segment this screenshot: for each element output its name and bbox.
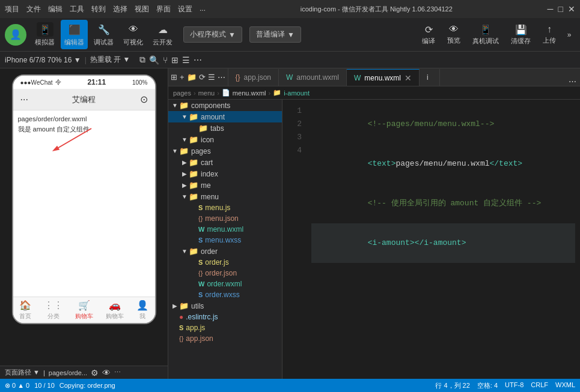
tree-item-order-js[interactable]: S order.js: [168, 257, 282, 268]
code-content[interactable]: <!--pages/menu/menu.wxml--> <text>pages/…: [307, 100, 580, 379]
git-icon[interactable]: ⑂: [163, 55, 168, 65]
menu-more[interactable]: ...: [200, 4, 206, 14]
window-controls[interactable]: ─ □ ✕: [548, 4, 575, 14]
main-toolbar: 👤 📱 模拟器 ⬛ 编辑器 🔧 调试器 👁 可视化 ☁ 云开发 小程序模式 ▼ …: [0, 18, 580, 52]
menu-file[interactable]: 文件: [26, 4, 41, 14]
nav-vehicle[interactable]: 🚗 购物车: [106, 300, 124, 321]
compile-button[interactable]: ⟳ 编译: [417, 22, 440, 48]
bc-i-amount[interactable]: i-amount: [284, 89, 310, 97]
bc-pages[interactable]: pages: [173, 89, 191, 97]
bc-menu-wxml[interactable]: menu.wxml: [233, 89, 266, 97]
menu-ui[interactable]: 界面: [156, 4, 171, 14]
nav-category[interactable]: ⋮⋮ 分类: [44, 300, 63, 321]
menu-goto[interactable]: 转到: [91, 4, 106, 14]
upload-button[interactable]: ↑ 上传: [538, 22, 561, 48]
tree-item-pages[interactable]: ▼ 📁 pages: [168, 145, 282, 157]
menu-edit[interactable]: 编辑: [48, 4, 63, 14]
editor-tabs: ⊞ + 📁 ⟳ ☰ ⋯ {} app.json W amount.wxml W …: [168, 68, 580, 86]
minimize-button[interactable]: ─: [548, 4, 554, 14]
tree-item-components[interactable]: ▼ 📁 components: [168, 100, 282, 111]
simulator-button[interactable]: 📱 模拟器: [31, 20, 58, 49]
menu-view[interactable]: 视图: [135, 4, 149, 14]
tree-item-menu-js[interactable]: S menu.js: [168, 202, 282, 213]
menu-tools[interactable]: 工具: [70, 4, 84, 14]
compile-mode-selector[interactable]: 普通编译 ▼: [249, 26, 301, 43]
cloud-button[interactable]: ☁ 云开发: [149, 20, 176, 49]
dots-icon[interactable]: ⋯: [194, 55, 202, 65]
tree-item-menu-json[interactable]: {} menu.json: [168, 213, 282, 224]
tree-item-cart[interactable]: ▶ 📁 cart: [168, 157, 282, 168]
file-encoding[interactable]: UTF-8: [505, 381, 524, 390]
tree-item-app-json[interactable]: {} app.json: [168, 333, 282, 344]
menu-select[interactable]: 选择: [113, 4, 127, 14]
tree-item-order[interactable]: ▼ 📁 order: [168, 246, 282, 257]
tree-item-tabs[interactable]: 📁 tabs: [168, 122, 282, 134]
menu-project[interactable]: 项目: [5, 4, 19, 14]
settings-icon[interactable]: ⚙: [91, 368, 99, 378]
maximize-button[interactable]: □: [558, 4, 563, 14]
editor-button[interactable]: ⬛ 编辑器: [61, 20, 88, 49]
tree-item-order-json[interactable]: {} order.json: [168, 268, 282, 279]
phone-bottom-nav: 🏠 首页 ⋮⋮ 分类 🛒 购物车 🚗 购物车: [13, 297, 155, 323]
bc-menu[interactable]: menu: [198, 89, 215, 97]
user-avatar[interactable]: 👤: [5, 24, 26, 46]
line-ending[interactable]: CRLF: [531, 381, 548, 390]
real-device-button[interactable]: 📱 真机调试: [468, 22, 504, 48]
mode-selector[interactable]: 小程序模式 ▼: [183, 26, 242, 43]
code-editor[interactable]: 1 2 3 4 <!--pages/menu/menu.wxml--> <tex…: [282, 100, 580, 379]
tree-item-order-wxss[interactable]: S order.wxss: [168, 289, 282, 300]
error-count[interactable]: ⊗ 0 ▲ 0: [5, 382, 29, 390]
new-file-icon[interactable]: ⧉: [139, 55, 145, 65]
tree-item-app-js[interactable]: S app.js: [168, 322, 282, 333]
code-line-2: <text>pages/menu/menu.wxml</text>: [311, 144, 575, 184]
wechat-nav-bar: ··· 艾编程 ⊙: [13, 89, 155, 110]
clear-cache-button[interactable]: 💾 清缓存: [506, 22, 536, 48]
tab-toolbar-icon3[interactable]: 📁: [187, 73, 197, 82]
filter-icon[interactable]: ☰: [182, 55, 190, 65]
cursor-position[interactable]: 行 4，列 22: [435, 381, 469, 390]
tree-item-menu[interactable]: ▼ 📁 menu: [168, 191, 282, 202]
nav-home[interactable]: 🏠 首页: [19, 300, 31, 321]
debugger-button[interactable]: 🔧 调试器: [90, 20, 117, 49]
svg-line-1: [55, 128, 91, 149]
search-icon[interactable]: 🔍: [149, 55, 159, 65]
menu-bar[interactable]: 项目 文件 编辑 工具 转到 选择 视图 界面 设置 ...: [5, 4, 206, 14]
tree-item-utils[interactable]: ▶ 📁 utils: [168, 300, 282, 312]
tree-item-menu-wxss[interactable]: S menu.wxss: [168, 235, 282, 246]
eye-icon[interactable]: 👁: [102, 368, 111, 378]
tree-item-me[interactable]: ▶ 📁 me: [168, 179, 282, 191]
nav-me[interactable]: 👤 我: [136, 300, 148, 321]
tree-item-amount[interactable]: ▼ 📁 amount: [168, 111, 282, 122]
tab-i[interactable]: i: [420, 69, 440, 86]
tree-item-menu-wxml[interactable]: W menu.wxml: [168, 224, 282, 235]
close-tab-icon[interactable]: ✕: [404, 73, 412, 83]
more-button[interactable]: »: [563, 22, 575, 48]
tab-toolbar-icon1[interactable]: ⊞: [171, 73, 177, 82]
preview-button[interactable]: 👁 预览: [442, 22, 465, 48]
tab-app-json[interactable]: {} app.json: [228, 69, 279, 86]
right-toolbar: ⟳ 编译 👁 预览 📱 真机调试 💾 清缓存 ↑ 上传 »: [417, 22, 575, 48]
tab-amount-wxml[interactable]: W amount.wxml: [279, 69, 347, 86]
tree-item-eslintrc[interactable]: ● .eslintrc.js: [168, 312, 282, 322]
code-line-4[interactable]: <i-amount></i-amount>: [311, 223, 575, 263]
tree-item-order-wxml[interactable]: W order.wxml: [168, 279, 282, 289]
tab-toolbar-icon6[interactable]: ⋯: [218, 73, 225, 82]
file-tree: ▼ 📁 components ▼ 📁 amount 📁 tabs: [168, 100, 282, 379]
tab-menu-wxml[interactable]: W menu.wxml ✕: [347, 69, 420, 86]
visualize-button[interactable]: 👁 可视化: [120, 20, 147, 49]
tab-toolbar-icon4[interactable]: ⟳: [199, 73, 206, 82]
language-mode[interactable]: WXML: [555, 381, 575, 390]
tab-toolbar-icon5[interactable]: ☰: [208, 73, 215, 82]
indent-size[interactable]: 空格: 4: [477, 381, 498, 390]
tree-item-icon[interactable]: ▼ 📁 icon: [168, 134, 282, 145]
menu-settings[interactable]: 设置: [178, 4, 192, 14]
tab-toolbar-icon2[interactable]: +: [180, 73, 185, 82]
breadcrumb: pages › menu › 📄 menu.wxml › 📁 i-amount: [168, 86, 580, 100]
nav-cart[interactable]: 🛒 购物车: [75, 300, 93, 321]
split-editor-icon[interactable]: ⋯: [569, 77, 576, 86]
layout-icon[interactable]: ⊞: [171, 55, 179, 65]
close-button[interactable]: ✕: [568, 4, 575, 14]
tree-item-index[interactable]: ▶ 📁 index: [168, 168, 282, 179]
device-selector[interactable]: iPhone 6/7/8 70% 16 ▼: [5, 56, 81, 64]
hot-reload-toggle[interactable]: 热重载 开 ▼: [90, 55, 130, 65]
